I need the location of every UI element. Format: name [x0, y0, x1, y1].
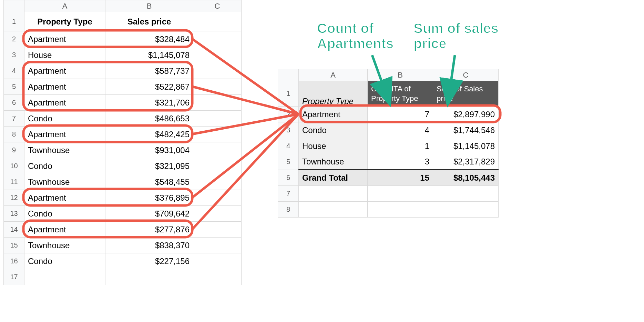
cell-sales-price[interactable]: $522,867: [105, 79, 193, 95]
row-header-3[interactable]: 3: [278, 122, 299, 138]
cell-sales-price[interactable]: $277,876: [105, 222, 193, 238]
cell-empty[interactable]: [193, 158, 242, 174]
row-header-9[interactable]: 9: [4, 142, 24, 158]
row-header-15[interactable]: 15: [4, 238, 24, 253]
cell-sales-price[interactable]: $321,706: [105, 95, 193, 111]
pivot-header-rowlabel[interactable]: Property Type: [299, 81, 368, 107]
row-header-2[interactable]: 2: [4, 31, 24, 47]
row-header-14[interactable]: 14: [4, 222, 24, 238]
cell-empty[interactable]: [193, 206, 242, 222]
cell-empty[interactable]: [193, 79, 242, 95]
cell-sales-price[interactable]: $838,370: [105, 238, 193, 253]
cell-sales-price[interactable]: $482,425: [105, 127, 193, 142]
row-header-2[interactable]: 2: [278, 107, 299, 122]
pivot-count-value[interactable]: 3: [368, 154, 433, 170]
select-all-corner[interactable]: [4, 0, 24, 12]
col-header-A[interactable]: A: [299, 69, 368, 81]
pivot-count-value[interactable]: 4: [368, 122, 433, 138]
cell-empty[interactable]: [193, 253, 242, 269]
cell-sales-price[interactable]: $227,156: [105, 253, 193, 269]
source-spreadsheet[interactable]: A B C 1 Property Type Sales price 2Apart…: [3, 0, 242, 285]
cell-property-type[interactable]: Townhouse: [24, 174, 105, 190]
cell-property-type[interactable]: Apartment: [24, 95, 105, 111]
cell-sales-price[interactable]: $486,653: [105, 111, 193, 127]
col-header-C[interactable]: C: [193, 0, 242, 12]
pivot-spreadsheet[interactable]: A B C 1 Property Type COUNTA of Property…: [278, 69, 499, 218]
row-header-1[interactable]: 1: [4, 12, 24, 31]
pivot-header-count[interactable]: COUNTA of Property Type: [368, 81, 433, 107]
pivot-sum-value[interactable]: $1,145,078: [433, 138, 499, 154]
cell-empty[interactable]: [193, 31, 242, 47]
row-header-7[interactable]: 7: [278, 186, 299, 202]
col-header-B[interactable]: B: [105, 0, 193, 12]
pivot-row-label[interactable]: House: [299, 138, 368, 154]
cell-property-type[interactable]: Townhouse: [24, 142, 105, 158]
row-header-6[interactable]: 6: [278, 170, 299, 186]
cell-empty[interactable]: [193, 142, 242, 158]
pivot-sum-value[interactable]: $1,744,546: [433, 122, 499, 138]
cell-sales-price[interactable]: $328,484: [105, 31, 193, 47]
cell-property-type[interactable]: Apartment: [24, 79, 105, 95]
cell-empty[interactable]: [193, 127, 242, 142]
cell-sales-price[interactable]: $548,455: [105, 174, 193, 190]
cell-property-type[interactable]: Condo: [24, 111, 105, 127]
cell-property-type[interactable]: Condo: [24, 158, 105, 174]
row-header-4[interactable]: 4: [278, 138, 299, 154]
cell-property-type[interactable]: Condo: [24, 253, 105, 269]
cell-empty[interactable]: [193, 238, 242, 253]
cell-sales-price[interactable]: $376,895: [105, 190, 193, 206]
cell-sales-price[interactable]: $587,737: [105, 63, 193, 79]
cell-empty[interactable]: [193, 222, 242, 238]
row-header-12[interactable]: 12: [4, 190, 24, 206]
cell-empty[interactable]: [193, 63, 242, 79]
select-all-corner[interactable]: [278, 69, 299, 81]
row-header-4[interactable]: 4: [4, 63, 24, 79]
pivot-row-label[interactable]: Townhouse: [299, 154, 368, 170]
cell-empty[interactable]: [193, 174, 242, 190]
row-header-13[interactable]: 13: [4, 206, 24, 222]
cell-property-type[interactable]: House: [24, 47, 105, 63]
cell-empty[interactable]: [193, 190, 242, 206]
row-header-1[interactable]: 1: [278, 81, 299, 107]
cell-empty[interactable]: [193, 95, 242, 111]
col-header-A[interactable]: A: [24, 0, 105, 12]
cell-property-type[interactable]: Apartment: [24, 31, 105, 47]
pivot-count-value[interactable]: 1: [368, 138, 433, 154]
row-header-5[interactable]: 5: [4, 79, 24, 95]
cell-property-type[interactable]: Apartment: [24, 222, 105, 238]
cell-property-type[interactable]: Apartment: [24, 127, 105, 142]
pivot-sum-value[interactable]: $2,897,990: [433, 107, 499, 122]
cell-empty[interactable]: [193, 47, 242, 63]
col-header-C[interactable]: C: [433, 69, 499, 81]
row-header-5[interactable]: 5: [278, 154, 299, 170]
cell-empty[interactable]: [193, 111, 242, 127]
pivot-row-label[interactable]: Condo: [299, 122, 368, 138]
row-header-11[interactable]: 11: [4, 174, 24, 190]
cell-sales-price[interactable]: $709,642: [105, 206, 193, 222]
cell-property-type[interactable]: Townhouse: [24, 238, 105, 253]
header-sales-price[interactable]: Sales price: [105, 12, 193, 31]
col-header-B[interactable]: B: [368, 69, 433, 81]
row-header-17[interactable]: 17: [4, 269, 24, 285]
row-header-16[interactable]: 16: [4, 253, 24, 269]
pivot-row-label[interactable]: Apartment: [299, 107, 368, 122]
cell-empty[interactable]: [193, 12, 242, 31]
pivot-count-value[interactable]: 7: [368, 107, 433, 122]
pivot-header-sum[interactable]: SUM of Sales price: [433, 81, 499, 107]
pivot-total-label[interactable]: Grand Total: [299, 170, 368, 186]
row-header-6[interactable]: 6: [4, 95, 24, 111]
header-property-type[interactable]: Property Type: [24, 12, 105, 31]
cell-sales-price[interactable]: $1,145,078: [105, 47, 193, 63]
row-header-7[interactable]: 7: [4, 111, 24, 127]
row-header-3[interactable]: 3: [4, 47, 24, 63]
cell-property-type[interactable]: Condo: [24, 206, 105, 222]
cell-property-type[interactable]: Apartment: [24, 63, 105, 79]
pivot-sum-value[interactable]: $2,317,829: [433, 154, 499, 170]
pivot-total-sum[interactable]: $8,105,443: [433, 170, 499, 186]
row-header-8[interactable]: 8: [4, 127, 24, 142]
row-header-10[interactable]: 10: [4, 158, 24, 174]
row-header-8[interactable]: 8: [278, 202, 299, 218]
cell-sales-price[interactable]: $321,095: [105, 158, 193, 174]
pivot-total-count[interactable]: 15: [368, 170, 433, 186]
cell-property-type[interactable]: Apartment: [24, 190, 105, 206]
